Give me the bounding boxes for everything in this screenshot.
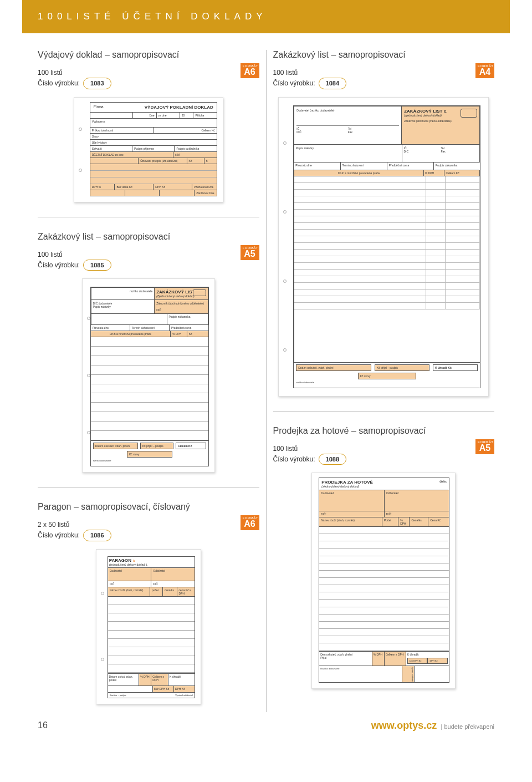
product-title: Paragon – samopropisovací, číslovaný xyxy=(38,502,190,512)
product-title: Zakázkový list – samopropisovací xyxy=(273,50,406,60)
product-1083: Výdajový doklad – samopropisovací 100 li… xyxy=(38,50,259,202)
sheets-label: 2 x 50 listů xyxy=(38,520,190,530)
right-column: Zakázkový list – samopropisovací 100 lis… xyxy=(267,50,502,712)
footer-tagline: | budete překvapeni xyxy=(441,723,494,730)
sku-value: 1084 xyxy=(319,78,346,89)
format-badge: FORMÁT A6 xyxy=(241,515,259,530)
product-title: Prodejka za hotové – samopropisovací xyxy=(273,426,426,436)
product-1084: Zakázkový list – samopropisovací 100 lis… xyxy=(273,50,495,397)
sku-value: 1086 xyxy=(83,530,111,541)
sheets-label: 100 listů xyxy=(38,68,179,78)
format-badge: FORMÁT A6 xyxy=(241,63,259,78)
product-1085: Zakázkový list – samopropisovací 100 lis… xyxy=(38,232,259,473)
sku-label: Číslo výrobku: xyxy=(38,530,80,540)
sku-value: 1088 xyxy=(319,454,346,465)
format-badge: FORMÁT A4 xyxy=(475,63,494,78)
form-preview-1088: PRODEJKA ZA HOTOVÉ (zjednodušený daňový … xyxy=(311,473,456,689)
page-footer: 16 www.optys.cz | budete překvapeni xyxy=(22,712,510,739)
sku-label: Číslo výrobku: xyxy=(38,260,80,270)
sku-value: 1085 xyxy=(83,260,111,271)
sku-label: Číslo výrobku: xyxy=(273,78,315,88)
sheets-label: 100 listů xyxy=(38,250,170,260)
form-preview-1085: razítko dodavatele ZAKÁZKOVÝ LIST č. (Zj… xyxy=(82,278,215,473)
page-number: 16 xyxy=(38,720,48,730)
format-badge: FORMÁT A5 xyxy=(241,245,259,260)
sku-value: 1083 xyxy=(83,78,111,89)
footer-url: www.optys.cz xyxy=(371,720,437,731)
sheets-label: 100 listů xyxy=(273,68,406,78)
form-preview-1083: Firma VÝDAJOVÝ POKLADNÍ DOKLAD Dneze dne… xyxy=(74,97,223,202)
product-1088: Prodejka za hotové – samopropisovací 100… xyxy=(273,426,495,689)
sheets-label: 100 listů xyxy=(273,444,426,454)
product-1086: Paragon – samopropisovací, číslovaný 2 x… xyxy=(38,502,259,704)
page-heading: 100LISTÉ ÚČETNÍ DOKLADY xyxy=(22,0,510,33)
form-preview-1084: Dodavatel (razítko dodavatele) IČTel DIČ… xyxy=(278,97,489,397)
sku-label: Číslo výrobku: xyxy=(273,454,315,464)
left-column: Výdajový doklad – samopropisovací 100 li… xyxy=(31,50,266,712)
sku-label: Číslo výrobku: xyxy=(38,78,80,88)
form-preview-1086: PARAGON A zjednodušený daňový doklad č. … xyxy=(96,549,201,704)
product-title: Zakázkový list – samopropisovací xyxy=(38,232,170,242)
format-badge: FORMÁT A5 xyxy=(475,439,494,454)
product-title: Výdajový doklad – samopropisovací xyxy=(38,50,179,60)
